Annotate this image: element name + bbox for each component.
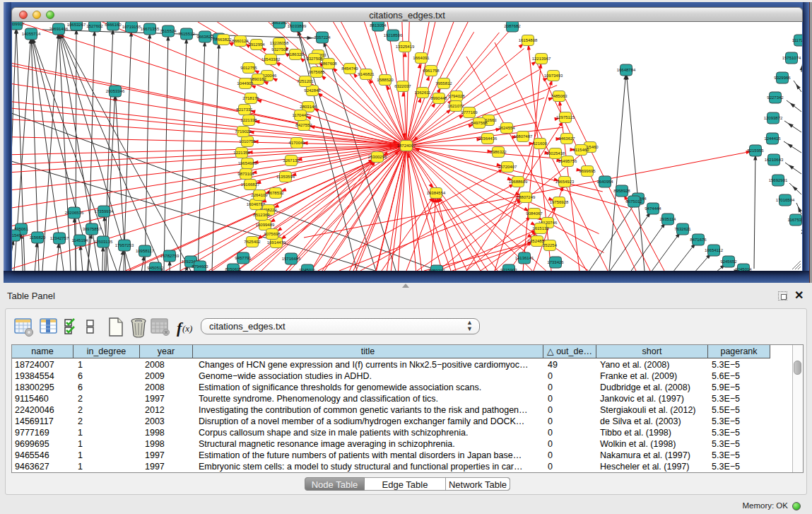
svg-text:10958117: 10958117 (136, 249, 155, 253)
svg-text:17957253: 17957253 (115, 243, 134, 247)
svg-text:7357224: 7357224 (314, 35, 331, 40)
svg-text:20364436: 20364436 (478, 136, 498, 141)
svg-text:19654983: 19654983 (238, 161, 257, 165)
svg-text:2718176: 2718176 (242, 96, 259, 100)
svg-text:1170442: 1170442 (293, 113, 310, 117)
svg-text:14055714: 14055714 (22, 32, 41, 36)
svg-text:12213967: 12213967 (532, 57, 551, 61)
svg-text:8471676: 8471676 (690, 238, 707, 242)
svg-text:15692901: 15692901 (769, 178, 788, 182)
svg-text:8678532: 8678532 (267, 191, 284, 195)
svg-text:18807249: 18807249 (517, 195, 536, 199)
svg-text:8450217: 8450217 (428, 269, 445, 271)
svg-text:30975857: 30975857 (83, 227, 102, 231)
svg-text:17359934: 17359934 (95, 209, 114, 214)
svg-text:8958928: 8958928 (613, 189, 630, 193)
svg-text:1221338: 1221338 (240, 118, 257, 122)
svg-text:7986322: 7986322 (490, 150, 507, 154)
svg-text:12503135: 12503135 (94, 240, 113, 244)
svg-text:9084067: 9084067 (526, 211, 543, 216)
svg-text:9146821: 9146821 (358, 72, 375, 76)
svg-text:12975115: 12975115 (556, 115, 575, 119)
svg-text:9215903: 9215903 (500, 268, 517, 271)
svg-text:20206536: 20206536 (65, 211, 84, 215)
svg-text:1117204: 1117204 (792, 38, 802, 42)
svg-text:1044901: 1044901 (237, 81, 254, 86)
svg-text:8350611: 8350611 (225, 267, 242, 271)
svg-text:16495756: 16495756 (558, 159, 577, 163)
svg-text:7625402: 7625402 (244, 240, 261, 244)
svg-text:8813054: 8813054 (370, 23, 387, 28)
svg-text:25300293: 25300293 (368, 155, 387, 159)
svg-text:391549: 391549 (12, 233, 22, 238)
svg-text:4170041: 4170041 (288, 141, 305, 145)
svg-text:7251201: 7251201 (297, 79, 314, 83)
svg-text:11353594: 11353594 (276, 175, 295, 179)
svg-text:16154808: 16154808 (519, 38, 538, 42)
svg-text:10654112: 10654112 (705, 248, 724, 252)
svg-text:9227342: 9227342 (767, 95, 784, 100)
svg-text:9450512: 9450512 (147, 266, 164, 270)
svg-text:9873104: 9873104 (237, 172, 254, 176)
svg-text:17016504: 17016504 (776, 198, 795, 202)
svg-text:9245014: 9245014 (735, 267, 752, 271)
svg-text:2087682: 2087682 (504, 24, 521, 28)
svg-text:3267130: 3267130 (283, 158, 300, 163)
svg-text:1156829: 1156829 (30, 235, 47, 240)
svg-text:1145194: 1145194 (72, 238, 89, 243)
svg-text:3624554: 3624554 (498, 126, 515, 130)
svg-text:1615132: 1615132 (532, 226, 549, 230)
svg-text:7515524: 7515524 (160, 29, 177, 33)
svg-text:10973493: 10973493 (544, 74, 563, 78)
svg-text:10688609: 10688609 (509, 180, 528, 184)
svg-text:7719022: 7719022 (235, 129, 252, 134)
svg-text:1075698: 1075698 (264, 232, 281, 236)
svg-text:12093872: 12093872 (764, 116, 783, 120)
svg-text:16671355: 16671355 (141, 27, 160, 31)
svg-text:6322037: 6322037 (394, 84, 411, 88)
svg-text:1640954: 1640954 (596, 180, 613, 184)
svg-text:9245652: 9245652 (720, 259, 737, 264)
svg-text:9777169: 9777169 (461, 110, 478, 115)
svg-text:9457791: 9457791 (235, 256, 252, 260)
svg-text:8186328: 8186328 (287, 52, 304, 57)
svg-text:8512369: 8512369 (253, 213, 270, 217)
svg-text:8454749: 8454749 (341, 66, 358, 71)
svg-text:16210643: 16210643 (765, 158, 784, 162)
svg-text:6794028: 6794028 (448, 94, 465, 98)
svg-text:1588520: 1588520 (377, 78, 394, 82)
svg-text:16648784: 16648784 (617, 68, 636, 72)
svg-text:8309917: 8309917 (12, 22, 25, 26)
svg-text:2803144: 2803144 (300, 105, 317, 109)
svg-text:8215955: 8215955 (747, 148, 764, 153)
svg-text:9242848: 9242848 (304, 88, 321, 93)
svg-text:9474444: 9474444 (645, 206, 661, 211)
svg-text:20053346: 20053346 (106, 89, 125, 93)
svg-text:15720407: 15720407 (498, 165, 517, 169)
svg-text:7485063: 7485063 (551, 94, 567, 98)
svg-text:3675685: 3675685 (308, 70, 325, 74)
svg-text:6675012: 6675012 (625, 199, 642, 204)
svg-text:1167533: 1167533 (788, 218, 802, 222)
svg-text:19218506: 19218506 (384, 33, 403, 37)
svg-text:16914479: 16914479 (267, 240, 286, 245)
svg-text:3912954: 3912954 (248, 42, 265, 47)
svg-text:8990448: 8990448 (430, 96, 447, 100)
svg-text:7615512: 7615512 (178, 32, 195, 36)
svg-text:6466160: 6466160 (105, 23, 122, 27)
svg-text:9327506: 9327506 (271, 47, 288, 52)
svg-text:6961758: 6961758 (423, 69, 440, 73)
svg-text:1621072: 1621072 (447, 104, 464, 108)
svg-text:19654923: 19654923 (555, 180, 575, 184)
svg-text:9245011: 9245011 (300, 268, 317, 271)
svg-text:7663822: 7663822 (215, 37, 232, 42)
svg-text:19756928: 19756928 (550, 200, 569, 204)
svg-text:15716485: 15716485 (282, 257, 301, 261)
svg-text:10719155: 10719155 (122, 25, 141, 29)
svg-text:1244415: 1244415 (764, 136, 781, 141)
svg-text:9699695: 9699695 (579, 169, 596, 173)
svg-text:16099489: 16099489 (256, 223, 275, 227)
svg-text:8217331: 8217331 (236, 107, 253, 112)
svg-text:9012755: 9012755 (240, 66, 257, 70)
svg-text:9329966: 9329966 (774, 76, 791, 80)
